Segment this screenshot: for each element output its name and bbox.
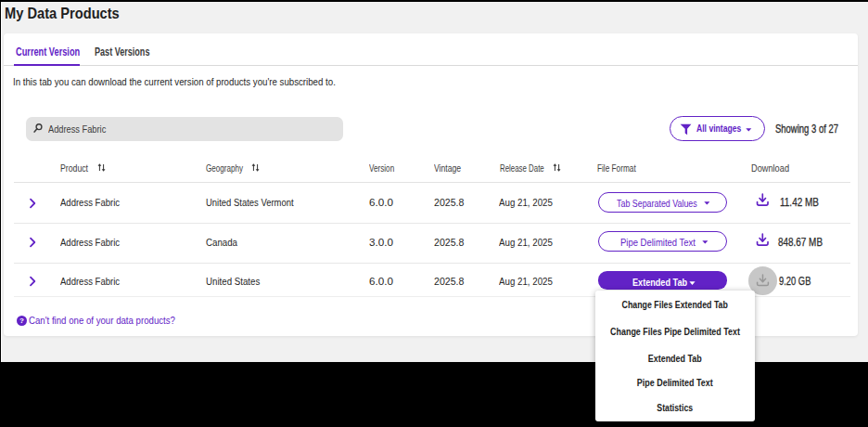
svg-text:?: ? (19, 317, 24, 325)
